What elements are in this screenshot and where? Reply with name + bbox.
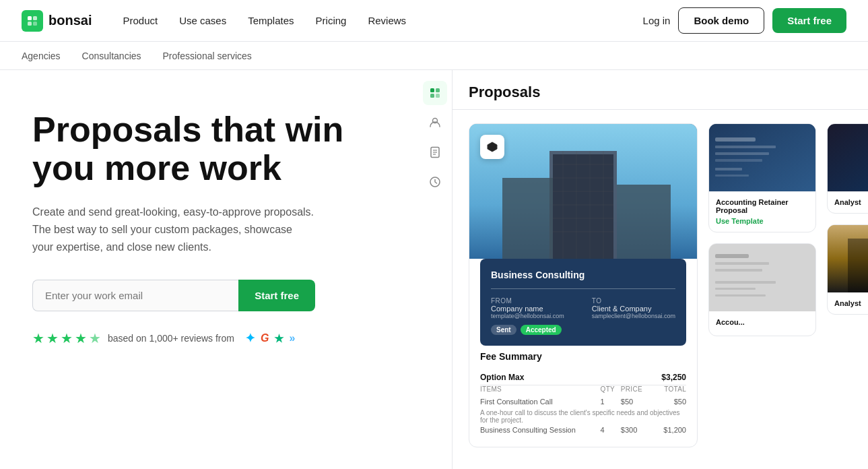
svg-rect-28 [617, 185, 671, 259]
svg-rect-47 [848, 239, 868, 292]
fee-table: Option Max $3,250 ITEMS QTY PRICE TOTAL [480, 370, 686, 436]
navbar: bonsai Product Use cases Templates Prici… [0, 0, 868, 42]
proposal-from: FROM Company name template@hellobonsai.c… [491, 297, 564, 319]
analyst-card-title: Analyst [834, 198, 868, 206]
svg-rect-33 [715, 159, 762, 162]
fee-row2-price: $300 [621, 424, 651, 436]
template-card-accounting-img [709, 124, 815, 191]
start-free-button-nav[interactable]: Start free [772, 8, 846, 33]
template-card-accou-title: Accou... [716, 318, 809, 326]
from-company: Company name [491, 305, 564, 313]
logo[interactable]: bonsai [22, 10, 92, 32]
star-3: ★ [61, 330, 73, 346]
nav-item-reviews[interactable]: Reviews [358, 9, 415, 32]
svg-rect-0 [28, 16, 32, 20]
nav-item-pricing[interactable]: Pricing [306, 9, 356, 32]
svg-rect-37 [715, 254, 749, 258]
subnav: Agencies Consultancies Professional serv… [0, 42, 868, 70]
svg-rect-16 [553, 154, 613, 259]
svg-rect-35 [715, 175, 749, 177]
svg-rect-34 [715, 168, 742, 170]
to-email: sampleclient@hellobonsai.com [592, 313, 675, 319]
template-card-accou[interactable]: Accou... [708, 243, 816, 336]
svg-rect-42 [715, 294, 766, 296]
fee-summary-title: Fee Summary [480, 351, 686, 362]
subnav-item-consultancies[interactable]: Consultancies [71, 42, 152, 69]
logo-text: bonsai [48, 13, 92, 28]
hero-title: Proposals that win you more work [32, 111, 385, 187]
fee-option-label: Option Max [480, 370, 601, 385]
fee-row-2: Business Consulting Session 4 $300 $1,20… [480, 424, 686, 436]
svg-rect-39 [715, 269, 762, 272]
fee-row-1: First Consultation Call 1 $50 $50 [480, 396, 686, 408]
svg-rect-6 [430, 94, 434, 98]
svg-rect-5 [436, 88, 440, 92]
svg-rect-27 [502, 178, 553, 259]
svg-rect-43 [828, 125, 868, 191]
far-right-cards: Analyst [827, 123, 868, 447]
book-demo-button[interactable]: Book demo [678, 7, 764, 34]
subnav-item-agencies[interactable]: Agencies [22, 42, 71, 69]
email-input[interactable] [32, 280, 238, 311]
fee-row1-label: First Consultation Call [480, 396, 601, 408]
hero-subtitle: Create and send great-looking, easy-to-a… [32, 204, 315, 255]
proposal-card-main: Business Consulting FROM Company name te… [469, 123, 698, 447]
svg-rect-29 [709, 124, 815, 191]
analyst-card-body: Analyst [828, 191, 868, 213]
proposal-card-image [469, 124, 697, 259]
template-card-accounting-title: Accounting Retainer Proposal [716, 198, 809, 214]
sidebar-icon-user[interactable] [423, 111, 447, 135]
main-content: Proposals that win you more work Create … [0, 70, 868, 469]
col-qty: QTY [601, 385, 621, 396]
sidebar-icon-document[interactable] [423, 140, 447, 164]
g2-icon: G [261, 332, 269, 344]
svg-rect-7 [436, 94, 440, 98]
app-sidebar [418, 70, 453, 469]
fee-option-row: Option Max $3,250 [480, 370, 686, 385]
fee-header-row: ITEMS QTY PRICE TOTAL [480, 385, 686, 396]
proposal-logo-overlay [480, 135, 504, 159]
sidebar-icon-grid[interactable] [423, 81, 447, 105]
proposal-addresses: FROM Company name template@hellobonsai.c… [491, 297, 675, 319]
capterra-icon: ✦ [245, 331, 255, 346]
reviews-text: based on 1,000+ reviews from [108, 333, 234, 344]
analyst-card-1[interactable]: Analyst [827, 123, 868, 214]
nav-item-use-cases[interactable]: Use cases [170, 9, 236, 32]
reviews-row: ★ ★ ★ ★ ★ based on 1,000+ reviews from ✦… [32, 330, 385, 346]
svg-rect-32 [715, 152, 769, 155]
right-cards-column: Accounting Retainer Proposal Use Templat… [708, 123, 816, 447]
fee-option-price: $3,250 [651, 370, 686, 385]
to-label: TO [592, 297, 675, 305]
sidebar-icon-clock[interactable] [423, 170, 447, 194]
subnav-item-professional-services[interactable]: Professional services [152, 42, 263, 69]
app-panel-title: Proposals [469, 84, 852, 101]
start-free-button-hero[interactable]: Start free [238, 280, 315, 311]
svg-rect-38 [715, 262, 769, 265]
nav-item-templates[interactable]: Templates [238, 9, 303, 32]
svg-rect-1 [33, 16, 37, 20]
from-label: FROM [491, 297, 564, 305]
building-card[interactable]: Analyst [827, 224, 868, 315]
svg-rect-30 [715, 137, 756, 142]
use-template-link-1[interactable]: Use Template [716, 217, 809, 225]
fee-row2-total: $1,200 [651, 424, 686, 436]
nav-item-product[interactable]: Product [113, 9, 167, 32]
status-accepted: Accepted [521, 325, 562, 335]
svg-rect-41 [715, 288, 756, 290]
fee-summary-section: Fee Summary Option Max $3,250 ITEMS QTY [469, 351, 697, 447]
fee-row2-qty: 4 [601, 424, 621, 436]
star-4: ★ [75, 330, 87, 346]
template-card-accou-body: Accou... [709, 311, 815, 336]
proposal-card-title: Business Consulting [491, 270, 675, 280]
svg-rect-2 [28, 22, 32, 26]
fee-row1-total: $50 [651, 396, 686, 408]
login-button[interactable]: Log in [643, 15, 671, 26]
svg-rect-4 [430, 88, 434, 92]
svg-rect-3 [33, 22, 37, 26]
fee-row1-note: A one-hour call to discuss the client's … [480, 408, 686, 424]
hero-section: Proposals that win you more work Create … [0, 70, 418, 469]
template-card-accou-img [709, 244, 815, 311]
nav-links: Product Use cases Templates Pricing Revi… [113, 9, 642, 32]
template-card-accounting[interactable]: Accounting Retainer Proposal Use Templat… [708, 123, 816, 232]
to-company: Client & Company [592, 305, 675, 313]
